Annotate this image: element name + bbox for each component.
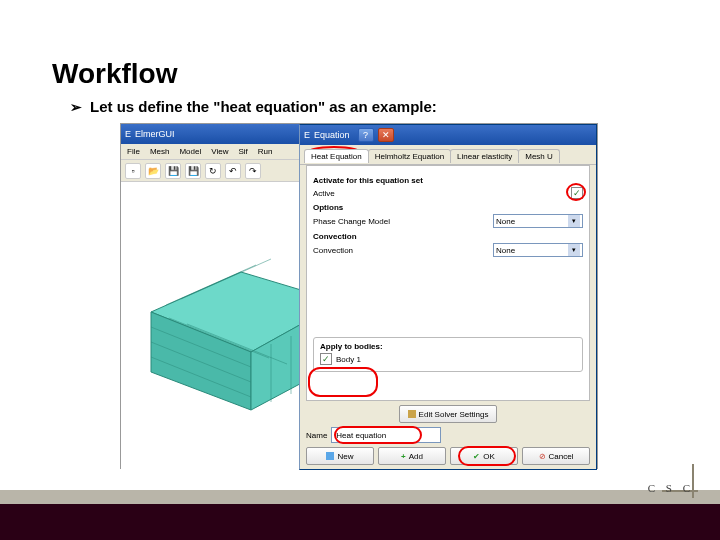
new-icon — [326, 452, 334, 460]
dialog-tabstrip: Heat Equation Helmholtz Equation Linear … — [300, 145, 596, 165]
tab-helmholtz[interactable]: Helmholtz Equation — [368, 149, 451, 163]
active-checkbox[interactable]: ✓ — [571, 187, 583, 199]
tool-redo-icon[interactable]: ↷ — [245, 163, 261, 179]
dialog-body: Activate for this equation set Active ✓ … — [306, 165, 590, 401]
edit-solver-button[interactable]: Edit Solver Settings — [399, 405, 498, 423]
convection-value: None — [496, 246, 515, 255]
footer-band — [0, 504, 720, 540]
new-button-label: New — [337, 452, 353, 461]
menu-run[interactable]: Run — [258, 147, 273, 156]
dialog-title: Equation — [314, 130, 350, 140]
cancel-button[interactable]: ⊘ Cancel — [522, 447, 590, 465]
tool-refresh-icon[interactable]: ↻ — [205, 163, 221, 179]
dialog-footer: Edit Solver Settings Name Heat equation … — [306, 405, 590, 465]
menu-view[interactable]: View — [211, 147, 228, 156]
dialog-titlebar: E Equation ? ✕ — [300, 125, 596, 145]
menu-model[interactable]: Model — [179, 147, 201, 156]
dialog-close-button[interactable]: ✕ — [378, 128, 394, 142]
menu-file[interactable]: File — [127, 147, 140, 156]
menu-sif[interactable]: Sif — [238, 147, 247, 156]
check-icon: ✔ — [473, 452, 480, 461]
dialog-icon: E — [304, 130, 310, 140]
tool-save-icon[interactable]: 💾 — [165, 163, 181, 179]
window-title: ElmerGUI — [135, 129, 175, 139]
tab-mesh-update[interactable]: Mesh U — [518, 149, 560, 163]
add-button-label: Add — [409, 452, 423, 461]
equation-dialog: E Equation ? ✕ Heat Equation Helmholtz E… — [299, 124, 597, 470]
app-icon: E — [125, 129, 131, 139]
section-options: Options — [313, 203, 583, 212]
screenshot-container: E ElmerGUI _ ▢ ✕ File Mesh Model View Si… — [120, 123, 598, 469]
tab-heat-equation[interactable]: Heat Equation — [304, 149, 369, 163]
section-activate: Activate for this equation set — [313, 176, 583, 185]
active-label: Active — [313, 189, 335, 198]
apply-to-bodies-group: Apply to bodies: ✓ Body 1 — [313, 337, 583, 372]
phase-change-select[interactable]: None ▾ — [493, 214, 583, 228]
chevron-down-icon: ▾ — [568, 215, 580, 227]
bullet-text: Let us define the "heat equation" as an … — [90, 98, 437, 115]
body1-label: Body 1 — [336, 355, 361, 364]
tool-undo-icon[interactable]: ↶ — [225, 163, 241, 179]
tab-linear-elasticity[interactable]: Linear elasticity — [450, 149, 519, 163]
ok-button-label: OK — [483, 452, 495, 461]
convection-select[interactable]: None ▾ — [493, 243, 583, 257]
slide-title: Workflow — [52, 58, 177, 90]
menu-mesh[interactable]: Mesh — [150, 147, 170, 156]
tool-open-icon[interactable]: 📂 — [145, 163, 161, 179]
section-convection: Convection — [313, 232, 583, 241]
body1-checkbox[interactable]: ✓ — [320, 353, 332, 365]
cancel-icon: ⊘ — [539, 452, 546, 461]
bullet-item: ➢ Let us define the "heat equation" as a… — [70, 98, 437, 115]
cancel-button-label: Cancel — [549, 452, 574, 461]
edit-solver-label: Edit Solver Settings — [419, 410, 489, 419]
plus-icon: + — [401, 452, 406, 461]
tool-new-icon[interactable]: ▫ — [125, 163, 141, 179]
footer-divider — [0, 490, 720, 504]
bodies-header: Apply to bodies: — [320, 342, 576, 351]
name-input[interactable]: Heat equation — [331, 427, 441, 443]
wrench-icon — [408, 410, 416, 418]
dialog-help-button[interactable]: ? — [358, 128, 374, 142]
phase-change-label: Phase Change Model — [313, 217, 390, 226]
new-button[interactable]: New — [306, 447, 374, 465]
phase-change-value: None — [496, 217, 515, 226]
tool-save2-icon[interactable]: 💾 — [185, 163, 201, 179]
name-label: Name — [306, 431, 327, 440]
csc-logo-text: C S C — [648, 482, 694, 494]
chevron-down-icon: ▾ — [568, 244, 580, 256]
convection-label: Convection — [313, 246, 353, 255]
bullet-arrow-icon: ➢ — [70, 99, 82, 115]
ok-button[interactable]: ✔ OK — [450, 447, 518, 465]
add-button[interactable]: + Add — [378, 447, 446, 465]
